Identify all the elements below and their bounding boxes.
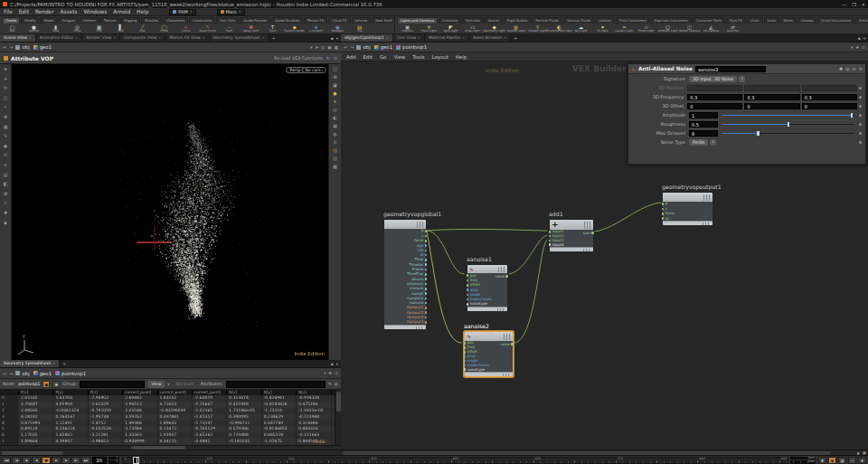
shelf-tab-terrain-fx[interactable]: Terrain FX: [304, 17, 327, 24]
shelf-tab-modify[interactable]: Modify: [21, 17, 39, 24]
grid-tool-button[interactable]: ▦Grid: [89, 24, 109, 34]
max-octaves-slider[interactable]: [722, 130, 854, 137]
caustic-light-tool-button[interactable]: ≈Caustic Light: [614, 24, 635, 34]
current-frame-marker[interactable]: [133, 457, 139, 464]
shelf-tab-new-shelf[interactable]: New Shelf: [372, 17, 394, 24]
shelf-tab-constraints[interactable]: Constraints: [189, 17, 215, 24]
network-menu-view[interactable]: View: [393, 54, 405, 60]
grid-icon[interactable]: ▦: [335, 45, 338, 50]
grid-green-icon[interactable]: ▨: [333, 156, 337, 161]
forward-icon[interactable]: ↪: [350, 44, 354, 50]
shelf-tab-muscles[interactable]: Muscles: [141, 17, 162, 24]
reload-vex-label[interactable]: Re-load VEX Functions: [274, 56, 323, 61]
misc-tool-icon[interactable]: ▪: [4, 221, 6, 225]
select-arrow-icon[interactable]: ➤: [315, 45, 318, 50]
close-icon[interactable]: ✕: [52, 360, 55, 367]
close-icon[interactable]: ✕: [418, 34, 420, 42]
sheet-vertical-scrollbar[interactable]: [335, 390, 341, 445]
global-animation-options-icon[interactable]: ✱: [818, 457, 826, 464]
shelf-tab-texture[interactable]: Texture: [100, 17, 120, 24]
path-obj[interactable]: obj: [15, 44, 29, 50]
shelf-tab-pyro-fx[interactable]: Pyro FX: [726, 17, 746, 24]
lock-icon[interactable]: ◎: [845, 66, 849, 71]
draw-curve-tool-button[interactable]: ✎Draw Curve: [197, 24, 218, 34]
frequency-z-field[interactable]: 0.3: [802, 94, 857, 100]
camera-tool-button[interactable]: ▣Camera: [397, 24, 418, 34]
chevron-down-icon[interactable]: ▾: [324, 371, 326, 375]
torus-tool-button[interactable]: ◎Torus: [67, 24, 88, 34]
line-tool-button[interactable]: ╱Line: [132, 24, 153, 34]
close-icon[interactable]: ✕: [75, 34, 78, 42]
tab-tree-view[interactable]: Tree View✕: [393, 34, 425, 42]
signature-dropdown[interactable]: 3D Input, 3D Noise: [689, 76, 737, 82]
close-icon[interactable]: ✕: [158, 34, 161, 42]
menu-file[interactable]: File: [4, 9, 13, 14]
pane-square-icon[interactable]: ▪: [331, 362, 334, 366]
refresh-icon[interactable]: ↻: [326, 56, 330, 61]
tab-motion-fx-view[interactable]: Motion FX View✕: [165, 34, 209, 42]
wire[interactable]: [595, 203, 661, 232]
lighting-mode-icon[interactable]: ◐: [333, 116, 336, 120]
pose-tool-icon[interactable]: ✥: [4, 115, 7, 119]
close-icon[interactable]: ✕: [504, 34, 506, 42]
next-frame-button[interactable]: |▶: [61, 457, 71, 464]
performance-monitor-icon[interactable]: ✚: [858, 457, 866, 464]
chevron-down-icon[interactable]: ▾: [310, 45, 312, 50]
updown-icon[interactable]: ↕: [710, 139, 716, 146]
minimize-icon[interactable]: —: [842, 2, 846, 7]
noise-type-dropdown[interactable]: Perlin: [689, 139, 708, 146]
quad-view-icon[interactable]: ⊞: [333, 75, 336, 80]
shelf-tab-crowds[interactable]: Crowds: [797, 17, 817, 24]
updown-icon[interactable]: ↕: [739, 76, 745, 82]
shelf-tab-characters[interactable]: Characters: [163, 17, 188, 24]
tab-scene-view[interactable]: Scene View✕: [0, 34, 36, 42]
channel-dot-icon[interactable]: [859, 141, 862, 144]
pane-menu-icon[interactable]: ▾: [336, 36, 338, 41]
auto-key-icon[interactable]: ◉: [828, 457, 836, 464]
current-frame-field[interactable]: 20: [92, 457, 107, 464]
vr-camera-tool-button[interactable]: ◭VR Camera: [701, 24, 722, 34]
metaball-tool-button[interactable]: ◉Metaball: [327, 24, 348, 34]
tube-tool-button[interactable]: ▮Tube: [45, 24, 66, 34]
output-port-sum[interactable]: sum: [582, 231, 594, 235]
path-geo1[interactable]: geo1: [33, 44, 52, 50]
tab-asset-browser[interactable]: Asset Browser✕: [469, 34, 511, 42]
menu-render[interactable]: Render: [35, 9, 54, 14]
platonic-solids-tool-button[interactable]: ◆Platonic Solids: [284, 24, 305, 34]
tab-new[interactable]: +: [511, 34, 520, 42]
add-icon[interactable]: ✚: [855, 45, 859, 50]
portal-light-tool-button[interactable]: ▱Portal Light: [636, 24, 656, 34]
camera-lock-icon[interactable]: ▣: [327, 45, 331, 50]
menu-help[interactable]: Help: [137, 9, 148, 14]
playback-start-field[interactable]: 1: [108, 460, 119, 464]
follow-selection-toggle[interactable]: ▣: [42, 381, 50, 388]
timeline[interactable]: 1120240360480600720840960: [122, 457, 788, 464]
path-obj[interactable]: obj: [356, 44, 370, 50]
shelf-tab-cloud-fx[interactable]: Cloud FX: [328, 17, 350, 24]
world-icon[interactable]: ◎: [321, 45, 325, 50]
smooth-shade-icon[interactable]: ◍: [333, 132, 336, 137]
tab-geometry-spreadsheet[interactable]: Geometry Spreadsheet✕: [0, 360, 60, 367]
playback-options-icon[interactable]: ▦: [838, 457, 846, 464]
path-pointvop1[interactable]: pointvop1: [55, 371, 86, 376]
help-icon[interactable]: ◎: [335, 382, 338, 386]
path-geo1[interactable]: geo1: [33, 371, 52, 376]
output-port-noise[interactable]: noise: [500, 342, 514, 346]
box-tool-button[interactable]: ▢Box: [2, 24, 23, 34]
spot-light-tool-button[interactable]: ◤Spot Light: [440, 24, 461, 34]
forward-icon[interactable]: ↪: [9, 44, 13, 50]
shelf-tab-particles[interactable]: Particles: [462, 17, 484, 24]
frequency-y-field[interactable]: 0.3: [744, 94, 799, 100]
tab-obj-geo1-pointvop1[interactable]: obj/geo1/pointvop1✕: [341, 34, 393, 42]
tab-composite-view[interactable]: Composite View✕: [120, 34, 165, 42]
channel-dot-icon[interactable]: [859, 87, 862, 90]
add-tool-icon[interactable]: ✚: [4, 211, 7, 215]
light-tool-icon[interactable]: ☀: [4, 163, 7, 167]
channel-dot-icon[interactable]: [859, 105, 862, 108]
channel-dot-icon[interactable]: [859, 114, 862, 117]
handles-tool-icon[interactable]: ⌖: [5, 105, 7, 109]
slider-handle[interactable]: [851, 113, 853, 118]
close-icon[interactable]: ✕: [262, 34, 265, 42]
ambient-light-tool-button[interactable]: ○Ambient Light: [657, 24, 678, 34]
shelf-tab-wires[interactable]: Wires: [780, 17, 797, 24]
